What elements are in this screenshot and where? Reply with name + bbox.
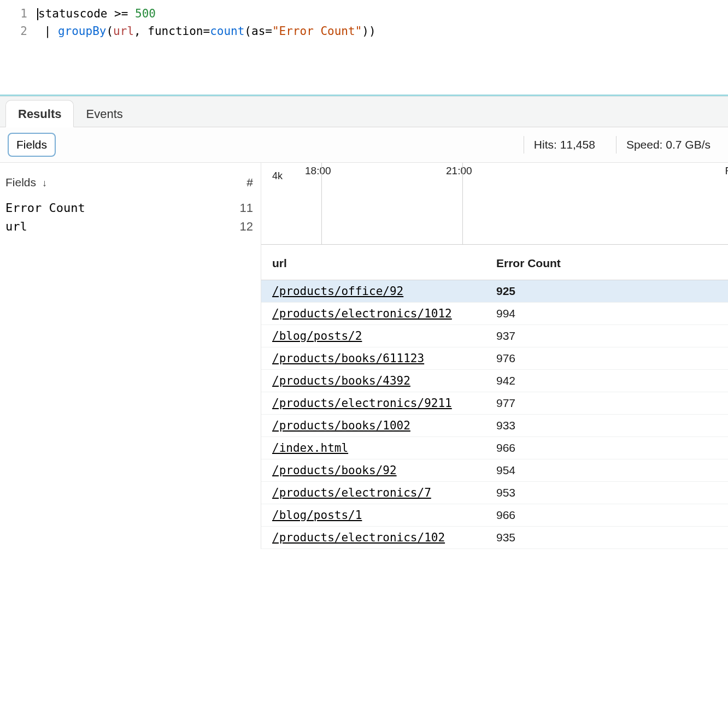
editor-line-1[interactable]: 1 statuscode >= 500 xyxy=(0,5,728,23)
cell-url[interactable]: /blog/posts/2 xyxy=(261,325,496,347)
cell-url[interactable]: /products/electronics/9211 xyxy=(261,392,496,415)
table-row[interactable]: /index.html966 xyxy=(261,437,728,459)
cell-url[interactable]: /products/electronics/7 xyxy=(261,482,496,504)
timeline-tick-label: 18:00 xyxy=(305,165,331,177)
cell-url[interactable]: /products/books/1002 xyxy=(261,415,496,437)
table-row[interactable]: /blog/posts/2937 xyxy=(261,325,728,347)
cell-count: 994 xyxy=(496,303,728,325)
table-row[interactable]: /products/books/92954 xyxy=(261,459,728,482)
sort-down-icon: ↓ xyxy=(39,178,47,188)
table-row[interactable]: /products/books/611123976 xyxy=(261,347,728,370)
query-editor[interactable]: 1 statuscode >= 500 2 | groupBy(url, fun… xyxy=(0,0,728,96)
timeline-tick-label: 21:00 xyxy=(446,165,472,177)
results-panel: Results Events Fields Hits: 11,458 Speed… xyxy=(0,96,728,549)
timeline-edge-label: F xyxy=(725,165,728,177)
cell-count: 925 xyxy=(496,280,728,303)
cell-count: 976 xyxy=(496,347,728,370)
table-row[interactable]: /products/books/4392942 xyxy=(261,370,728,392)
cell-url[interactable]: /products/books/92 xyxy=(261,459,496,482)
cell-count: 966 xyxy=(496,504,728,527)
code-line[interactable]: | groupBy(url, function=count(as="Error … xyxy=(37,23,376,40)
cell-count: 977 xyxy=(496,392,728,415)
results-table: url Error Count /products/office/92925/p… xyxy=(261,245,728,549)
cell-count: 933 xyxy=(496,415,728,437)
tabs-strip: Results Events xyxy=(0,97,728,127)
stats-bar: Fields Hits: 11,458 Speed: 0.7 GB/s xyxy=(0,127,728,163)
tab-results[interactable]: Results xyxy=(5,100,74,127)
cell-url[interactable]: /blog/posts/1 xyxy=(261,504,496,527)
col-header-url[interactable]: url xyxy=(261,245,496,280)
line-gutter: 1 xyxy=(11,5,27,23)
table-row[interactable]: /products/electronics/1012994 xyxy=(261,303,728,325)
cell-url[interactable]: /products/office/92 xyxy=(261,280,496,303)
hits-stat: Hits: 11,458 xyxy=(524,136,605,154)
table-row[interactable]: /products/office/92925 xyxy=(261,280,728,303)
cell-count: 942 xyxy=(496,370,728,392)
results-area: 4k 18:00 21:00 F url Error Count /produc… xyxy=(261,163,728,549)
table-row[interactable]: /products/books/1002933 xyxy=(261,415,728,437)
tab-events[interactable]: Events xyxy=(74,101,134,127)
timeline-tick xyxy=(462,163,463,244)
fields-toggle-button[interactable]: Fields xyxy=(8,133,56,157)
table-row[interactable]: /products/electronics/102935 xyxy=(261,527,728,549)
timeline-ylabel: 4k xyxy=(272,170,283,182)
fields-header-label: Fields ↓ xyxy=(5,176,47,189)
cell-url[interactable]: /products/books/4392 xyxy=(261,370,496,392)
fields-sidebar: Fields ↓ # Error Count11url12 xyxy=(0,163,261,549)
timeline-tick xyxy=(321,163,322,244)
code-line[interactable]: statuscode >= 500 xyxy=(37,5,156,23)
speed-stat: Speed: 0.7 GB/s xyxy=(616,136,720,154)
fields-sidebar-header[interactable]: Fields ↓ # xyxy=(3,173,255,199)
field-count: 11 xyxy=(240,201,253,215)
fields-list: Error Count11url12 xyxy=(3,199,255,236)
table-row[interactable]: /products/electronics/7953 xyxy=(261,482,728,504)
editor-line-2[interactable]: 2 | groupBy(url, function=count(as="Erro… xyxy=(0,23,728,40)
field-name: Error Count xyxy=(5,201,85,215)
cell-count: 935 xyxy=(496,527,728,549)
cell-count: 954 xyxy=(496,459,728,482)
field-count: 12 xyxy=(240,220,253,234)
timeline-chart[interactable]: 4k 18:00 21:00 F xyxy=(261,163,728,245)
cell-url[interactable]: /index.html xyxy=(261,437,496,459)
cell-url[interactable]: /products/electronics/1012 xyxy=(261,303,496,325)
cell-url[interactable]: /products/electronics/102 xyxy=(261,527,496,549)
fields-header-count: # xyxy=(246,176,253,189)
cell-url[interactable]: /products/books/611123 xyxy=(261,347,496,370)
col-header-count[interactable]: Error Count xyxy=(496,245,728,280)
cell-count: 953 xyxy=(496,482,728,504)
table-row[interactable]: /blog/posts/1966 xyxy=(261,504,728,527)
line-gutter: 2 xyxy=(11,23,27,40)
fields-row[interactable]: url12 xyxy=(3,217,255,236)
cell-count: 966 xyxy=(496,437,728,459)
field-name: url xyxy=(5,220,27,234)
cell-count: 937 xyxy=(496,325,728,347)
table-row[interactable]: /products/electronics/9211977 xyxy=(261,392,728,415)
fields-row[interactable]: Error Count11 xyxy=(3,199,255,217)
